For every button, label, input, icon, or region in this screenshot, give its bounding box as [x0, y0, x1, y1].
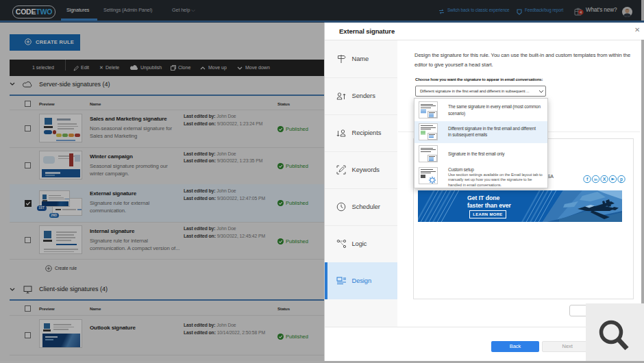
svg-text:X: X	[602, 177, 606, 182]
svg-text:p: p	[620, 177, 623, 182]
svg-text:in: in	[594, 177, 598, 182]
